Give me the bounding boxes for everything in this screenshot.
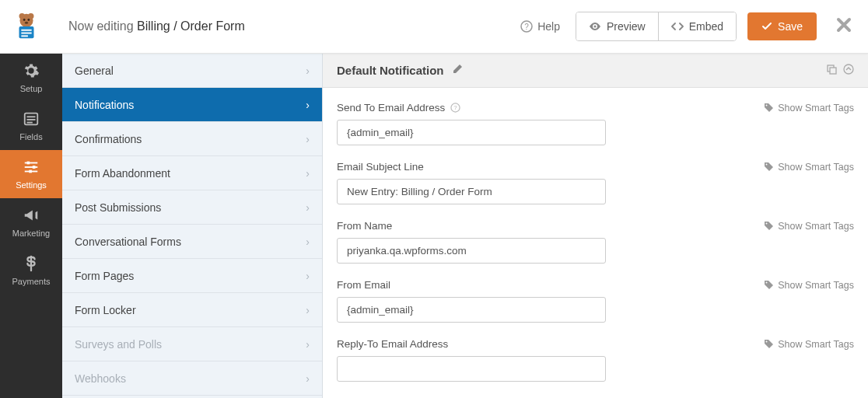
sidenav-item-label: Marketing	[12, 229, 50, 238]
duplicate-button[interactable]	[826, 64, 837, 78]
submenu-item-form-locker[interactable]: Form Locker›	[62, 293, 322, 327]
chevron-right-icon: ›	[306, 338, 310, 351]
svg-point-29	[766, 164, 768, 166]
submenu-item-form-pages[interactable]: Form Pages›	[62, 259, 322, 293]
notification-body: Send To Email Address?Show Smart TagsEma…	[323, 88, 868, 398]
save-button[interactable]: Save	[747, 12, 817, 40]
chevron-right-icon: ›	[306, 270, 310, 282]
topbar: Now editing Billing / Order Form ? Help …	[0, 0, 868, 54]
submenu-item-form-abandonment[interactable]: Form Abandonment›	[62, 156, 322, 190]
notification-title: Default Notification	[337, 64, 444, 77]
svg-rect-22	[29, 170, 32, 173]
save-label: Save	[778, 20, 803, 33]
sidenav-item-label: Fields	[19, 132, 42, 141]
help-link[interactable]: ? Help	[509, 20, 571, 33]
svg-rect-9	[21, 35, 28, 37]
chevron-right-icon: ›	[306, 133, 310, 145]
field-label: Email Subject Line	[337, 161, 424, 173]
svg-point-5	[25, 22, 28, 24]
chevron-right-icon: ›	[306, 65, 310, 77]
field-input-3[interactable]	[337, 297, 606, 323]
now-editing-label: Now editing	[68, 19, 134, 33]
sidenav-item-marketing[interactable]: Marketing	[0, 198, 62, 246]
field-label: From Name	[337, 220, 392, 232]
submenu-item-general[interactable]: General›	[62, 54, 322, 88]
sidenav-item-fields[interactable]: Fields	[0, 102, 62, 150]
svg-point-32	[766, 341, 768, 343]
submenu-item-label: Webhooks	[75, 372, 126, 385]
show-smart-tags[interactable]: Show Smart Tags	[764, 221, 854, 232]
sidenav-item-setup[interactable]: Setup	[0, 54, 62, 102]
chevron-right-icon: ›	[306, 167, 310, 180]
sidenav: SetupFieldsSettingsMarketingPayments	[0, 54, 62, 398]
close-button[interactable]	[835, 16, 852, 37]
submenu-item-conversational-forms[interactable]: Conversational Forms›	[62, 225, 322, 259]
chevron-up-circle-icon	[843, 64, 854, 75]
svg-rect-24	[830, 68, 836, 74]
submenu-item-label: Conversational Forms	[75, 236, 181, 248]
edit-title-button[interactable]	[452, 64, 463, 78]
tag-icon	[764, 103, 774, 113]
sidenav-item-payments[interactable]: Payments	[0, 246, 62, 295]
submenu-item-label: Post Submissions	[75, 201, 161, 214]
svg-point-4	[27, 19, 30, 21]
svg-point-25	[844, 65, 853, 74]
settings-submenu: General›Notifications›Confirmations›Form…	[62, 54, 323, 398]
submenu-item-confirmations[interactable]: Confirmations›	[62, 122, 322, 156]
chevron-right-icon: ›	[306, 304, 310, 316]
field-input-0[interactable]	[337, 120, 606, 145]
check-icon	[761, 21, 772, 32]
now-editing: Now editing Billing / Order Form	[68, 19, 245, 33]
notification-header: Default Notification	[323, 54, 868, 88]
show-smart-tags[interactable]: Show Smart Tags	[764, 280, 854, 291]
dollar-icon	[23, 255, 40, 274]
submenu-item-post-submissions[interactable]: Post Submissions›	[62, 190, 322, 225]
submenu-item-webhooks: Webhooks›	[62, 361, 322, 396]
help-icon: ?	[520, 20, 533, 33]
sidenav-item-label: Settings	[16, 180, 47, 190]
wpforms-logo	[11, 11, 42, 42]
sidenav-item-settings[interactable]: Settings	[0, 150, 62, 198]
svg-point-12	[593, 26, 596, 28]
sidenav-item-label: Setup	[20, 84, 43, 93]
submenu-item-notifications[interactable]: Notifications›	[62, 88, 322, 122]
code-icon	[671, 20, 684, 33]
embed-button[interactable]: Embed	[658, 12, 736, 40]
field-input-2[interactable]	[337, 238, 606, 264]
field-row: Send To Email Address?Show Smart Tags	[337, 102, 854, 145]
chevron-right-icon: ›	[306, 236, 310, 248]
main-panel: Default Notification Send To Email Addre…	[323, 54, 868, 398]
svg-point-30	[766, 223, 768, 225]
field-row: From EmailShow Smart Tags	[337, 279, 854, 323]
svg-text:?: ?	[524, 23, 529, 31]
field-label: Reply-To Email Address	[337, 338, 448, 350]
sliders-icon	[23, 159, 40, 177]
list-icon	[23, 110, 40, 129]
field-input-4[interactable]	[337, 356, 606, 382]
svg-point-31	[766, 282, 768, 284]
close-icon	[835, 16, 852, 33]
preview-embed-group: Preview Embed	[576, 12, 737, 41]
svg-point-28	[766, 105, 768, 106]
svg-rect-7	[21, 30, 31, 31]
svg-point-2	[28, 13, 34, 19]
field-row: Email Subject LineShow Smart Tags	[337, 161, 854, 204]
show-smart-tags[interactable]: Show Smart Tags	[764, 339, 854, 350]
field-row: Reply-To Email AddressShow Smart Tags	[337, 338, 854, 382]
preview-button[interactable]: Preview	[576, 12, 658, 40]
submenu-item-label: Form Locker	[75, 304, 136, 316]
svg-rect-20	[27, 162, 30, 165]
show-smart-tags[interactable]: Show Smart Tags	[764, 103, 854, 113]
svg-text:?: ?	[453, 104, 457, 111]
bullhorn-icon	[23, 207, 40, 225]
svg-point-1	[19, 13, 26, 19]
chevron-right-icon: ›	[306, 99, 310, 111]
tag-icon	[764, 280, 774, 290]
collapse-button[interactable]	[843, 64, 854, 78]
svg-point-3	[23, 19, 26, 21]
show-smart-tags[interactable]: Show Smart Tags	[764, 162, 854, 173]
field-input-1[interactable]	[337, 179, 606, 204]
help-tooltip-icon[interactable]: ?	[450, 103, 460, 113]
chevron-right-icon: ›	[306, 372, 310, 385]
gear-icon	[23, 62, 40, 81]
